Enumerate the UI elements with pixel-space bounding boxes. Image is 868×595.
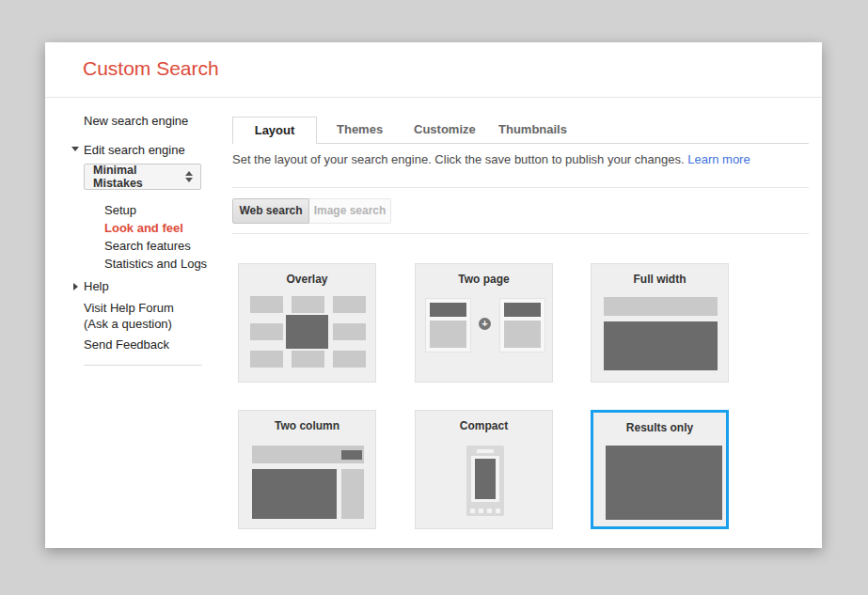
layout-option-two-column[interactable]: Two column — [238, 410, 376, 529]
chevron-right-icon — [73, 283, 78, 290]
sidebar-item-send-feedback[interactable]: Send Feedback — [84, 337, 169, 352]
sidebar-item-visit-help-forum[interactable]: Visit Help Forum — [84, 301, 174, 315]
layout-option-title: Two page — [416, 273, 552, 286]
layout-option-title: Full width — [592, 273, 728, 286]
section-divider-bottom — [232, 233, 809, 234]
sidebar-item-search-features[interactable]: Search features — [104, 239, 191, 253]
custom-search-window: Custom Search New search engine Edit sea… — [45, 42, 822, 548]
sidebar-item-edit-search-engine[interactable]: Edit search engine — [84, 143, 185, 157]
sidebar-item-help[interactable]: Help — [84, 279, 109, 293]
layout-option-results-only[interactable]: Results only — [591, 410, 729, 529]
layout-option-two-page[interactable]: Two page + — [415, 263, 553, 383]
layout-option-title: Compact — [416, 419, 552, 432]
chevron-down-icon — [71, 147, 79, 151]
sidebar-item-statistics-and-logs[interactable]: Statistics and Logs — [104, 257, 207, 271]
web-search-button[interactable]: Web search — [232, 198, 309, 224]
plus-icon: + — [479, 318, 491, 330]
layout-option-overlay[interactable]: Overlay — [238, 263, 376, 383]
arrow-down-icon — [185, 178, 193, 182]
learn-more-link[interactable]: Learn more — [687, 152, 750, 166]
compact-phone-diagram — [466, 446, 504, 516]
phone-screen — [471, 456, 499, 502]
tab-themes[interactable]: Themes — [337, 117, 383, 143]
layout-option-compact[interactable]: Compact — [415, 410, 553, 529]
sidebar-item-setup[interactable]: Setup — [104, 203, 136, 217]
tab-thumbnails[interactable]: Thumbnails — [498, 117, 567, 143]
layout-option-title: Overlay — [239, 273, 375, 286]
sidebar-item-ask-a-question[interactable]: (Ask a question) — [84, 317, 172, 331]
layout-option-title: Two column — [239, 419, 375, 432]
sidebar-divider — [84, 365, 202, 366]
tab-layout[interactable]: Layout — [232, 117, 317, 144]
layout-description: Set the layout of your search engine. Cl… — [232, 152, 750, 166]
layout-option-title: Results only — [593, 421, 726, 434]
spinner-arrows-icon — [185, 171, 193, 182]
engine-selector-value: Minimal Mistakes — [85, 164, 185, 190]
sidebar-item-look-and-feel[interactable]: Look and feel — [104, 221, 183, 235]
tab-customize[interactable]: Customize — [414, 117, 476, 143]
header-divider — [45, 97, 822, 98]
phone-speaker — [477, 449, 494, 453]
arrow-up-icon — [185, 171, 193, 176]
image-search-button[interactable]: Image search — [309, 198, 391, 224]
tab-bar-divider — [232, 143, 809, 144]
sidebar-item-new-search-engine[interactable]: New search engine — [84, 114, 188, 128]
page-title: Custom Search — [83, 57, 219, 80]
engine-selector-dropdown[interactable]: Minimal Mistakes — [84, 164, 201, 190]
layout-description-text: Set the layout of your search engine. Cl… — [232, 152, 685, 166]
layout-option-full-width[interactable]: Full width — [591, 263, 729, 383]
section-divider-top — [232, 187, 809, 188]
